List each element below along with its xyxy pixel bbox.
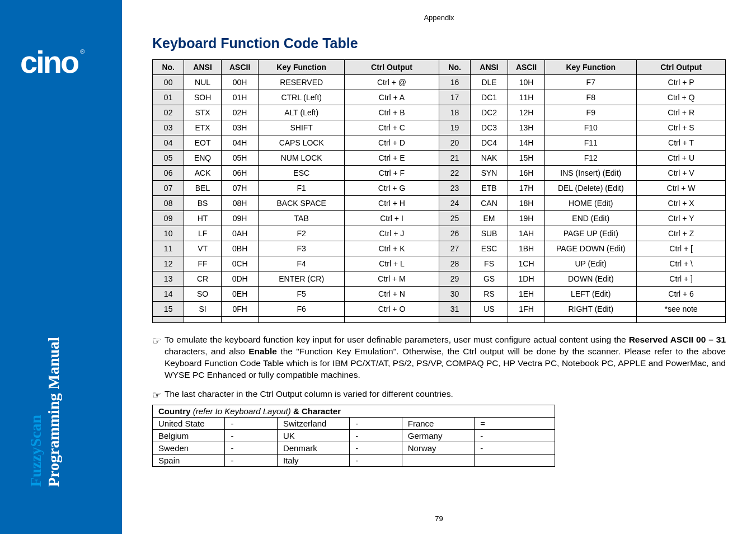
table-cell: EM	[471, 211, 508, 226]
table-cell: CAPS LOCK	[259, 135, 345, 151]
table-cell: 20	[439, 135, 470, 151]
table-cell: Spain	[153, 454, 225, 466]
table-cell: LEFT (Edit)	[545, 287, 637, 302]
table-row: 15SI0FHF6Ctrl + O31US1FHRIGHT (Edit)*see…	[153, 302, 726, 317]
table-cell: EOT	[184, 135, 222, 151]
table-cell: Switzerland	[277, 417, 349, 429]
table-cell: Ctrl + ]	[637, 271, 726, 287]
table-cell: SI	[184, 302, 222, 317]
table-cell: DLE	[471, 75, 508, 90]
table-cell: 12H	[508, 105, 545, 120]
table-cell: 18H	[508, 196, 545, 211]
table-cell: SUB	[471, 226, 508, 241]
table-cell: RESERVED	[259, 75, 345, 90]
table-cell	[439, 317, 470, 323]
table-cell: Ctrl + H	[345, 196, 439, 211]
table-cell: 11H	[508, 90, 545, 105]
table-cell: Ctrl + M	[345, 271, 439, 287]
table-cell: 18	[439, 105, 470, 120]
table-cell: 03H	[221, 120, 259, 135]
table-cell: F3	[259, 241, 345, 256]
table-cell: Ctrl + W	[637, 181, 726, 196]
table-header: ANSI	[184, 60, 222, 75]
table-cell: F12	[545, 151, 637, 166]
table-cell: BACK SPACE	[259, 196, 345, 211]
table-cell: 03	[153, 120, 184, 135]
table-cell: 02H	[221, 105, 259, 120]
table-cell: Ctrl + O	[345, 302, 439, 317]
table-cell	[475, 454, 555, 466]
table-row: Sweden-Denmark-Norway-	[153, 442, 555, 454]
table-cell: -	[225, 442, 277, 454]
table-cell: 22	[439, 166, 470, 181]
table-cell: Ctrl + J	[345, 226, 439, 241]
table-row: 02STX02HALT (Left)Ctrl + B18DC212HF9Ctrl…	[153, 105, 726, 120]
table-cell: Ctrl + @	[345, 75, 439, 90]
table-cell: F5	[259, 287, 345, 302]
table-row: 04EOT04HCAPS LOCKCtrl + D20DC414HF11Ctrl…	[153, 135, 726, 151]
table-cell: 10	[153, 226, 184, 241]
table-cell: DEL (Delete) (Edit)	[545, 181, 637, 196]
table-cell: SYN	[471, 166, 508, 181]
table-cell: INS (Insert) (Edit)	[545, 166, 637, 181]
table-cell: NAK	[471, 151, 508, 166]
table-cell: F7	[545, 75, 637, 90]
table-cell	[184, 317, 222, 323]
table-cell: F6	[259, 302, 345, 317]
note1-text-b: characters, and also	[165, 346, 248, 356]
table-cell: 12	[153, 256, 184, 271]
table-cell: 00	[153, 75, 184, 90]
table-cell: -	[350, 429, 402, 442]
table-row: 09HT09HTABCtrl + I25EM19HEND (Edit)Ctrl …	[153, 211, 726, 226]
table-cell: *see note	[637, 302, 726, 317]
table-cell: TAB	[259, 211, 345, 226]
table-cell: Italy	[277, 454, 349, 466]
table-cell: 28	[439, 256, 470, 271]
table-cell: Ctrl + F	[345, 166, 439, 181]
table-cell: ENQ	[184, 151, 222, 166]
manual-line-2: Programming Manual	[45, 337, 63, 487]
table-cell: FF	[184, 256, 222, 271]
table-cell: Ctrl + C	[345, 120, 439, 135]
table-cell: UP (Edit)	[545, 256, 637, 271]
table-cell: 29	[439, 271, 470, 287]
table-cell: 1AH	[508, 226, 545, 241]
table-cell: 14H	[508, 135, 545, 151]
table-cell: 16H	[508, 166, 545, 181]
table-cell: BEL	[184, 181, 222, 196]
table-cell: Ctrl + R	[637, 105, 726, 120]
registered-mark: ®	[80, 48, 84, 55]
table-cell: 31	[439, 302, 470, 317]
table-cell: 1CH	[508, 256, 545, 271]
table-cell: Ctrl + L	[345, 256, 439, 271]
table-cell: ESC	[259, 166, 345, 181]
table-row: 08BS08HBACK SPACECtrl + H24CAN18HHOME (E…	[153, 196, 726, 211]
table-cell: -	[350, 442, 402, 454]
table-cell: Ctrl + D	[345, 135, 439, 151]
table-header: No.	[153, 60, 184, 75]
table-cell: 0AH	[221, 226, 259, 241]
table-header: No.	[439, 60, 470, 75]
table-header: Ctrl Output	[637, 60, 726, 75]
table-cell: 15	[153, 302, 184, 317]
table-cell: 26	[439, 226, 470, 241]
table-cell: ALT (Left)	[259, 105, 345, 120]
note-2: ☞ The last character in the Ctrl Output …	[152, 389, 726, 401]
table-cell: GS	[471, 271, 508, 287]
table-row: Belgium-UK-Germany-	[153, 429, 555, 442]
table-cell: -	[350, 417, 402, 429]
note1-text-a: To emulate the keyboard function key inp…	[165, 335, 629, 344]
table-row: 11VT0BHF3Ctrl + K27ESC1BHPAGE DOWN (Edit…	[153, 241, 726, 256]
table-cell: 1FH	[508, 302, 545, 317]
table-cell: 27	[439, 241, 470, 256]
table-cell: 1BH	[508, 241, 545, 256]
hand-icon: ☞	[152, 334, 161, 348]
table-cell: 17H	[508, 181, 545, 196]
table-cell: 19H	[508, 211, 545, 226]
table-cell: Ctrl + V	[637, 166, 726, 181]
table-cell: ETX	[184, 120, 222, 135]
table-cell: 13	[153, 271, 184, 287]
table-row: 13CR0DHENTER (CR)Ctrl + M29GS1DHDOWN (Ed…	[153, 271, 726, 287]
table-row: 10LF0AHF2Ctrl + J26SUB1AHPAGE UP (Edit)C…	[153, 226, 726, 241]
table-cell: 07H	[221, 181, 259, 196]
